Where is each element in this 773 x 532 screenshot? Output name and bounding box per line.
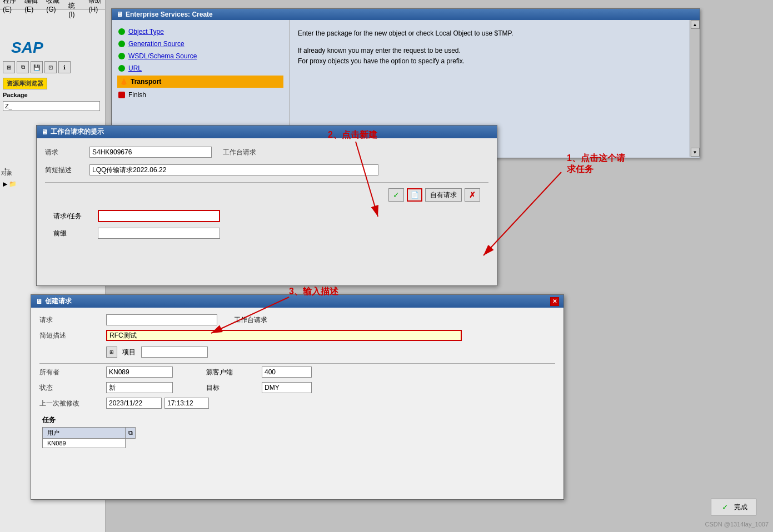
create-short-desc-row: 简短描述 xyxy=(39,330,555,341)
status-dot-green-4 xyxy=(118,65,125,72)
request-task-input[interactable] xyxy=(98,210,220,222)
complete-button[interactable]: ✓ 完成 xyxy=(711,499,756,515)
menu-help[interactable]: 帮助(H) xyxy=(88,0,102,13)
complete-check-icon: ✓ xyxy=(720,501,731,513)
source-client-label: 源客户端 xyxy=(206,368,262,377)
workbench-titlebar: 🖥 工作台请求的提示 xyxy=(37,126,497,138)
enterprise-titlebar: 🖥 Enterprise Services: Create xyxy=(112,9,700,20)
close-dialog-button[interactable]: ✕ xyxy=(550,297,559,306)
workbench-dialog: 🖥 工作台请求的提示 请求 工作台请求 简短描述 ✓ 📄 自有请求 ✗ 请求/任… xyxy=(36,125,497,286)
status-row: 状态 目标 xyxy=(39,382,555,393)
request-row: 请求 工作台请求 xyxy=(45,147,488,158)
package-input[interactable] xyxy=(3,101,100,111)
tasks-label: 任务 xyxy=(42,415,552,425)
confirm-button[interactable]: ✓ xyxy=(388,188,404,202)
workbench-title-text: 工作台请求的提示 xyxy=(51,127,104,137)
package-label: Package xyxy=(3,92,28,98)
source-client-input[interactable] xyxy=(262,367,312,378)
nav-label-finish: Finish xyxy=(128,91,146,99)
create-request-dialog: 🖥 创建请求 ✕ 请求 工作台请求 简短描述 ⊞ 项目 所有者 源客户端 xyxy=(31,294,564,500)
workbench-form: 请求 工作台请求 简短描述 ✓ 📄 自有请求 ✗ 请求/任务 前缀 xyxy=(37,138,497,250)
target-input[interactable] xyxy=(262,382,312,393)
svg-text:求任务: 求任务 xyxy=(566,164,594,174)
nav-link-wsdl[interactable]: WSDL/Schema Source xyxy=(128,52,197,60)
cancel-button[interactable]: ✗ xyxy=(465,188,480,202)
own-request-button[interactable]: 自有请求 xyxy=(425,188,462,202)
nav-tree-expand[interactable]: ▶ 📁 xyxy=(3,180,17,188)
tasks-section: 任务 用户 ⧉ KN089 xyxy=(39,415,555,448)
tasks-table-header: 用户 ⧉ xyxy=(42,427,552,439)
toolbar-btn-2[interactable]: ⧉ xyxy=(17,61,29,73)
scroll-up-btn[interactable]: ▲ xyxy=(691,20,700,29)
nav-item-transport[interactable]: Transport xyxy=(117,76,283,88)
short-desc-input[interactable] xyxy=(89,164,378,175)
owner-row: 所有者 源客户端 xyxy=(39,367,555,378)
menu-program[interactable]: 程序(E) xyxy=(3,0,16,13)
desc-line1: Enter the package for the new object or … xyxy=(298,28,681,39)
nav-item-object-type[interactable]: Object Type xyxy=(117,26,283,38)
window-title: Enterprise Services: Create xyxy=(126,11,213,18)
csdn-watermark: CSDN @1314lay_1007 xyxy=(705,521,769,528)
create-request-input[interactable] xyxy=(106,314,217,325)
nav-arrow-icon: ← xyxy=(3,164,12,174)
toolbar-btn-3[interactable]: 💾 xyxy=(31,61,43,73)
sap-logo: SAP xyxy=(11,39,43,57)
desc-line3: If already known you may enter the reque… xyxy=(298,46,681,56)
menu-bar: 程序(E) 编辑(E) 收藏(G) 系统(I) 帮助(H) xyxy=(0,0,105,10)
menu-system[interactable]: 系统(I) xyxy=(68,0,80,18)
last-modified-date-input[interactable] xyxy=(106,398,162,409)
menu-edit[interactable]: 编辑(E) xyxy=(24,0,38,13)
toolbar-btn-4[interactable]: ⊡ xyxy=(44,61,57,73)
status-dot-green-2 xyxy=(118,41,125,47)
projekt-icon: ⊞ xyxy=(106,347,117,358)
menu-favorites[interactable]: 收藏(G) xyxy=(46,0,60,13)
nav-item-wsdl[interactable]: WSDL/Schema Source xyxy=(117,50,283,62)
status-dot-red xyxy=(118,92,125,98)
request-task-row: 请求/任务 xyxy=(45,207,488,225)
prefix-input[interactable] xyxy=(98,228,220,239)
tasks-table-row: KN089 xyxy=(42,439,552,448)
create-request-row: 请求 工作台请求 xyxy=(39,314,555,325)
toolbar-btn-5[interactable]: ℹ xyxy=(58,61,71,73)
workbench-request-side-label: 工作台请求 xyxy=(223,148,256,157)
projekt-text: 项目 xyxy=(122,348,136,357)
scroll-col[interactable]: ⧉ xyxy=(126,427,136,439)
request-task-label: 请求/任务 xyxy=(53,212,98,221)
status-dot-green-1 xyxy=(118,28,125,35)
owner-input[interactable] xyxy=(106,367,173,378)
nav-link-object-type[interactable]: Object Type xyxy=(128,28,164,36)
user-col-header: 用户 xyxy=(42,427,126,439)
desc-line4: For proxy objects you have the option to… xyxy=(298,56,681,67)
new-request-button[interactable]: 📄 xyxy=(407,188,422,202)
request-input[interactable] xyxy=(89,147,212,158)
owner-label: 所有者 xyxy=(39,368,106,377)
resource-browser-label: 资源库浏览器 xyxy=(3,78,47,89)
create-dialog-title: 创建请求 xyxy=(45,297,72,306)
dialog-buttons: ✓ 📄 自有请求 ✗ xyxy=(45,185,488,204)
create-request-label: 请求 xyxy=(39,315,106,325)
prefix-label: 前缀 xyxy=(53,229,98,238)
window-icon: 🖥 xyxy=(116,11,123,18)
prefix-row: 前缀 xyxy=(45,225,488,242)
last-modified-row: 上一次被修改 xyxy=(39,398,555,409)
nav-item-url[interactable]: URL xyxy=(117,62,283,74)
sap-toolbar: ⊞ ⧉ 💾 ⊡ ℹ xyxy=(3,61,71,73)
toolbar-btn-1[interactable]: ⊞ xyxy=(3,61,15,73)
nav-item-generation-source[interactable]: Generation Source xyxy=(117,38,283,50)
create-short-desc-input[interactable] xyxy=(106,330,462,341)
workbench-title-icon: 🖥 xyxy=(41,128,48,136)
user-row-cell: KN089 xyxy=(42,439,126,448)
scroll-down-btn[interactable]: ▼ xyxy=(691,148,700,157)
status-dot-green-3 xyxy=(118,53,125,59)
create-dialog-titlebar: 🖥 创建请求 ✕ xyxy=(31,295,563,308)
projekt-input[interactable] xyxy=(141,347,208,358)
projekt-row: ⊞ 项目 xyxy=(39,345,555,359)
nav-link-url[interactable]: URL xyxy=(128,64,142,72)
status-input[interactable] xyxy=(106,382,173,393)
nav-item-finish[interactable]: Finish xyxy=(117,89,283,101)
nav-link-generation-source[interactable]: Generation Source xyxy=(128,40,184,48)
scrollbar[interactable]: ▲ ▼ xyxy=(690,20,700,157)
last-modified-label: 上一次被修改 xyxy=(39,399,106,408)
target-label: 目标 xyxy=(206,383,262,393)
last-modified-time-input[interactable] xyxy=(164,398,209,409)
